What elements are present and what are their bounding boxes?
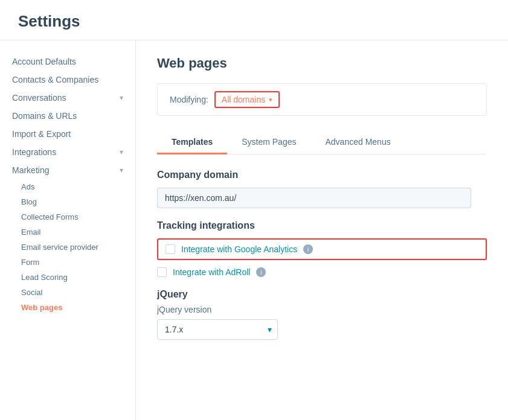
sidebar-sub-item-blog[interactable]: Blog (0, 194, 135, 209)
sidebar-item-label: Domains & URLs (12, 111, 77, 121)
content-area: Account Defaults Contacts & Companies Co… (0, 40, 508, 420)
sidebar-sub-item-ads[interactable]: Ads (0, 179, 135, 194)
tab-system-pages[interactable]: System Pages (227, 131, 310, 154)
page-container: Settings Account Defaults Contacts & Com… (0, 0, 508, 420)
sidebar-sub-item-label: Blog (21, 197, 37, 206)
adroll-checkbox[interactable] (157, 267, 167, 277)
sidebar-sub-item-label: Form (21, 258, 39, 267)
tabs-container: Templates System Pages Advanced Menus (157, 131, 487, 154)
sidebar-item-contacts-companies[interactable]: Contacts & Companies (0, 71, 135, 89)
sidebar-sub-item-web-pages[interactable]: Web pages (0, 300, 135, 315)
tab-advanced-menus[interactable]: Advanced Menus (310, 131, 405, 154)
sidebar-sub-item-label: Collected Forms (21, 212, 79, 221)
domain-dropdown[interactable]: All domains ▾ (214, 91, 280, 108)
sidebar-item-label: Conversations (12, 93, 66, 103)
company-domain-input[interactable] (157, 188, 471, 208)
sidebar-sub-item-label: Email service provider (21, 243, 98, 252)
sidebar-item-account-defaults[interactable]: Account Defaults (0, 52, 135, 71)
sidebar-item-label: Contacts & Companies (12, 75, 98, 84)
sidebar-item-marketing[interactable]: Marketing ▾ (0, 161, 135, 179)
sidebar-item-conversations[interactable]: Conversations ▾ (0, 89, 135, 107)
jquery-title: jQuery (157, 289, 487, 300)
chevron-down-icon: ▾ (269, 96, 272, 104)
main-content: Web pages Modifying: All domains ▾ Templ… (136, 40, 508, 420)
jquery-version-label: jQuery version (157, 305, 487, 314)
sidebar-sub-item-email-service-provider[interactable]: Email service provider (0, 240, 135, 255)
sidebar-sub-item-email[interactable]: Email (0, 224, 135, 240)
jquery-version-select[interactable]: 1.7.x 1.8.x 1.9.x 2.0.x (157, 319, 278, 340)
chevron-down-icon: ▾ (120, 148, 123, 156)
tab-templates[interactable]: Templates (157, 131, 227, 154)
section-heading: Web pages (157, 56, 487, 71)
tracking-section: Tracking integrations Integrate with Goo… (157, 220, 487, 277)
sidebar-item-domains-urls[interactable]: Domains & URLs (0, 107, 135, 125)
sidebar-sub-item-label: Lead Scoring (21, 273, 68, 282)
tracking-integrations-title: Tracking integrations (157, 220, 487, 231)
sidebar-sub-item-label: Web pages (21, 303, 62, 312)
sidebar-item-label: Account Defaults (12, 57, 76, 66)
sidebar-item-label: Integrations (12, 147, 56, 157)
page-title: Settings (18, 12, 490, 31)
chevron-down-icon: ▾ (120, 94, 123, 102)
sidebar-sub-item-collected-forms[interactable]: Collected Forms (0, 209, 135, 224)
google-analytics-label[interactable]: Integrate with Google Analytics (181, 244, 297, 254)
jquery-section: jQuery jQuery version 1.7.x 1.8.x 1.9.x … (157, 289, 487, 340)
page-header: Settings (0, 0, 508, 40)
modifying-label: Modifying: (170, 95, 208, 104)
chevron-down-icon: ▾ (120, 166, 123, 174)
sidebar-sub-item-label: Email (21, 228, 41, 237)
google-analytics-info-icon[interactable]: i (303, 244, 313, 254)
sidebar-sub-item-label: Social (21, 288, 42, 297)
adroll-label[interactable]: Integrate with AdRoll (173, 267, 250, 277)
sidebar-item-label: Import & Export (12, 129, 71, 139)
sidebar-sub-item-lead-scoring[interactable]: Lead Scoring (0, 270, 135, 285)
sidebar-sub-item-label: Ads (21, 182, 34, 191)
sidebar-item-integrations[interactable]: Integrations ▾ (0, 143, 135, 161)
sidebar-item-label: Marketing (12, 165, 49, 175)
sidebar-sub-item-social[interactable]: Social (0, 285, 135, 300)
sidebar-sub-item-form[interactable]: Form (0, 255, 135, 270)
jquery-version-wrapper: 1.7.x 1.8.x 1.9.x 2.0.x ▾ (157, 319, 278, 340)
modifying-bar: Modifying: All domains ▾ (157, 83, 487, 116)
domain-value: All domains (222, 95, 265, 104)
adroll-info-icon[interactable]: i (256, 267, 266, 277)
adroll-row: Integrate with AdRoll i (157, 267, 487, 277)
google-analytics-row: Integrate with Google Analytics i (157, 238, 487, 260)
sidebar: Account Defaults Contacts & Companies Co… (0, 40, 136, 420)
google-analytics-checkbox[interactable] (166, 244, 175, 254)
company-domain-label: Company domain (157, 170, 487, 180)
sidebar-item-import-export[interactable]: Import & Export (0, 125, 135, 143)
